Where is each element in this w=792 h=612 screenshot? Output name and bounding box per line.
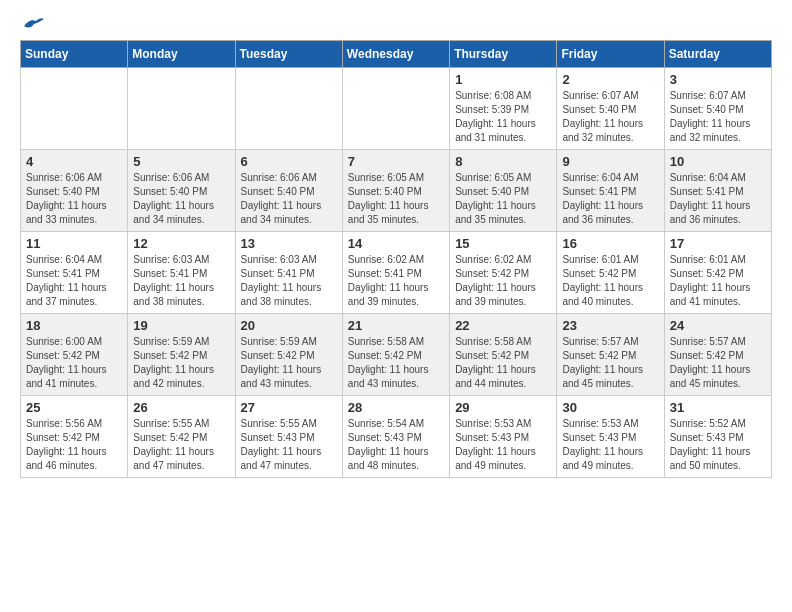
day-info: Sunrise: 6:05 AM Sunset: 5:40 PM Dayligh…: [455, 171, 551, 227]
calendar-cell: 13Sunrise: 6:03 AM Sunset: 5:41 PM Dayli…: [235, 232, 342, 314]
calendar-cell: 8Sunrise: 6:05 AM Sunset: 5:40 PM Daylig…: [450, 150, 557, 232]
day-number: 31: [670, 400, 766, 415]
day-info: Sunrise: 6:08 AM Sunset: 5:39 PM Dayligh…: [455, 89, 551, 145]
day-number: 5: [133, 154, 229, 169]
day-info: Sunrise: 5:55 AM Sunset: 5:43 PM Dayligh…: [241, 417, 337, 473]
calendar-cell: 7Sunrise: 6:05 AM Sunset: 5:40 PM Daylig…: [342, 150, 449, 232]
weekday-header-tuesday: Tuesday: [235, 41, 342, 68]
day-number: 20: [241, 318, 337, 333]
calendar-cell: 12Sunrise: 6:03 AM Sunset: 5:41 PM Dayli…: [128, 232, 235, 314]
calendar-cell: 3Sunrise: 6:07 AM Sunset: 5:40 PM Daylig…: [664, 68, 771, 150]
calendar-week-row: 25Sunrise: 5:56 AM Sunset: 5:42 PM Dayli…: [21, 396, 772, 478]
calendar-cell: 22Sunrise: 5:58 AM Sunset: 5:42 PM Dayli…: [450, 314, 557, 396]
day-info: Sunrise: 5:59 AM Sunset: 5:42 PM Dayligh…: [241, 335, 337, 391]
day-info: Sunrise: 5:58 AM Sunset: 5:42 PM Dayligh…: [455, 335, 551, 391]
day-info: Sunrise: 5:59 AM Sunset: 5:42 PM Dayligh…: [133, 335, 229, 391]
day-number: 7: [348, 154, 444, 169]
logo: [20, 20, 44, 30]
day-info: Sunrise: 5:57 AM Sunset: 5:42 PM Dayligh…: [670, 335, 766, 391]
day-info: Sunrise: 6:04 AM Sunset: 5:41 PM Dayligh…: [670, 171, 766, 227]
day-number: 16: [562, 236, 658, 251]
calendar-cell: 5Sunrise: 6:06 AM Sunset: 5:40 PM Daylig…: [128, 150, 235, 232]
day-number: 26: [133, 400, 229, 415]
calendar-cell: 11Sunrise: 6:04 AM Sunset: 5:41 PM Dayli…: [21, 232, 128, 314]
day-info: Sunrise: 6:06 AM Sunset: 5:40 PM Dayligh…: [26, 171, 122, 227]
calendar-cell: 4Sunrise: 6:06 AM Sunset: 5:40 PM Daylig…: [21, 150, 128, 232]
day-info: Sunrise: 6:04 AM Sunset: 5:41 PM Dayligh…: [562, 171, 658, 227]
day-info: Sunrise: 5:54 AM Sunset: 5:43 PM Dayligh…: [348, 417, 444, 473]
weekday-header-row: SundayMondayTuesdayWednesdayThursdayFrid…: [21, 41, 772, 68]
calendar-cell: 26Sunrise: 5:55 AM Sunset: 5:42 PM Dayli…: [128, 396, 235, 478]
day-number: 29: [455, 400, 551, 415]
day-info: Sunrise: 6:05 AM Sunset: 5:40 PM Dayligh…: [348, 171, 444, 227]
day-number: 11: [26, 236, 122, 251]
day-info: Sunrise: 6:07 AM Sunset: 5:40 PM Dayligh…: [562, 89, 658, 145]
calendar-cell: 2Sunrise: 6:07 AM Sunset: 5:40 PM Daylig…: [557, 68, 664, 150]
day-number: 21: [348, 318, 444, 333]
day-number: 1: [455, 72, 551, 87]
calendar-week-row: 4Sunrise: 6:06 AM Sunset: 5:40 PM Daylig…: [21, 150, 772, 232]
calendar-cell: 21Sunrise: 5:58 AM Sunset: 5:42 PM Dayli…: [342, 314, 449, 396]
day-info: Sunrise: 6:01 AM Sunset: 5:42 PM Dayligh…: [670, 253, 766, 309]
calendar-cell: 30Sunrise: 5:53 AM Sunset: 5:43 PM Dayli…: [557, 396, 664, 478]
calendar-cell: [128, 68, 235, 150]
day-number: 2: [562, 72, 658, 87]
day-info: Sunrise: 6:04 AM Sunset: 5:41 PM Dayligh…: [26, 253, 122, 309]
day-number: 10: [670, 154, 766, 169]
calendar-cell: 10Sunrise: 6:04 AM Sunset: 5:41 PM Dayli…: [664, 150, 771, 232]
calendar-cell: 27Sunrise: 5:55 AM Sunset: 5:43 PM Dayli…: [235, 396, 342, 478]
day-info: Sunrise: 6:02 AM Sunset: 5:41 PM Dayligh…: [348, 253, 444, 309]
calendar-cell: [342, 68, 449, 150]
day-number: 25: [26, 400, 122, 415]
day-info: Sunrise: 6:03 AM Sunset: 5:41 PM Dayligh…: [241, 253, 337, 309]
calendar-cell: 20Sunrise: 5:59 AM Sunset: 5:42 PM Dayli…: [235, 314, 342, 396]
calendar-cell: 16Sunrise: 6:01 AM Sunset: 5:42 PM Dayli…: [557, 232, 664, 314]
day-info: Sunrise: 5:57 AM Sunset: 5:42 PM Dayligh…: [562, 335, 658, 391]
day-number: 4: [26, 154, 122, 169]
day-info: Sunrise: 5:53 AM Sunset: 5:43 PM Dayligh…: [455, 417, 551, 473]
weekday-header-thursday: Thursday: [450, 41, 557, 68]
day-info: Sunrise: 5:58 AM Sunset: 5:42 PM Dayligh…: [348, 335, 444, 391]
day-number: 22: [455, 318, 551, 333]
day-info: Sunrise: 5:52 AM Sunset: 5:43 PM Dayligh…: [670, 417, 766, 473]
calendar-cell: 29Sunrise: 5:53 AM Sunset: 5:43 PM Dayli…: [450, 396, 557, 478]
calendar-cell: [21, 68, 128, 150]
bird-icon: [22, 16, 44, 34]
calendar-cell: 19Sunrise: 5:59 AM Sunset: 5:42 PM Dayli…: [128, 314, 235, 396]
calendar-cell: [235, 68, 342, 150]
day-info: Sunrise: 6:03 AM Sunset: 5:41 PM Dayligh…: [133, 253, 229, 309]
calendar-cell: 24Sunrise: 5:57 AM Sunset: 5:42 PM Dayli…: [664, 314, 771, 396]
day-info: Sunrise: 6:00 AM Sunset: 5:42 PM Dayligh…: [26, 335, 122, 391]
calendar-cell: 25Sunrise: 5:56 AM Sunset: 5:42 PM Dayli…: [21, 396, 128, 478]
day-info: Sunrise: 6:02 AM Sunset: 5:42 PM Dayligh…: [455, 253, 551, 309]
calendar-cell: 17Sunrise: 6:01 AM Sunset: 5:42 PM Dayli…: [664, 232, 771, 314]
day-number: 14: [348, 236, 444, 251]
day-info: Sunrise: 5:53 AM Sunset: 5:43 PM Dayligh…: [562, 417, 658, 473]
weekday-header-saturday: Saturday: [664, 41, 771, 68]
day-number: 15: [455, 236, 551, 251]
weekday-header-friday: Friday: [557, 41, 664, 68]
day-number: 13: [241, 236, 337, 251]
weekday-header-monday: Monday: [128, 41, 235, 68]
day-info: Sunrise: 5:55 AM Sunset: 5:42 PM Dayligh…: [133, 417, 229, 473]
weekday-header-wednesday: Wednesday: [342, 41, 449, 68]
calendar-cell: 31Sunrise: 5:52 AM Sunset: 5:43 PM Dayli…: [664, 396, 771, 478]
day-number: 6: [241, 154, 337, 169]
day-number: 27: [241, 400, 337, 415]
day-number: 12: [133, 236, 229, 251]
calendar-cell: 9Sunrise: 6:04 AM Sunset: 5:41 PM Daylig…: [557, 150, 664, 232]
calendar-table: SundayMondayTuesdayWednesdayThursdayFrid…: [20, 40, 772, 478]
header: [20, 20, 772, 30]
calendar-week-row: 1Sunrise: 6:08 AM Sunset: 5:39 PM Daylig…: [21, 68, 772, 150]
day-info: Sunrise: 6:06 AM Sunset: 5:40 PM Dayligh…: [133, 171, 229, 227]
day-number: 28: [348, 400, 444, 415]
day-number: 30: [562, 400, 658, 415]
calendar-cell: 14Sunrise: 6:02 AM Sunset: 5:41 PM Dayli…: [342, 232, 449, 314]
calendar-cell: 18Sunrise: 6:00 AM Sunset: 5:42 PM Dayli…: [21, 314, 128, 396]
day-info: Sunrise: 6:06 AM Sunset: 5:40 PM Dayligh…: [241, 171, 337, 227]
calendar-cell: 1Sunrise: 6:08 AM Sunset: 5:39 PM Daylig…: [450, 68, 557, 150]
day-number: 17: [670, 236, 766, 251]
day-number: 19: [133, 318, 229, 333]
day-number: 9: [562, 154, 658, 169]
day-info: Sunrise: 6:07 AM Sunset: 5:40 PM Dayligh…: [670, 89, 766, 145]
